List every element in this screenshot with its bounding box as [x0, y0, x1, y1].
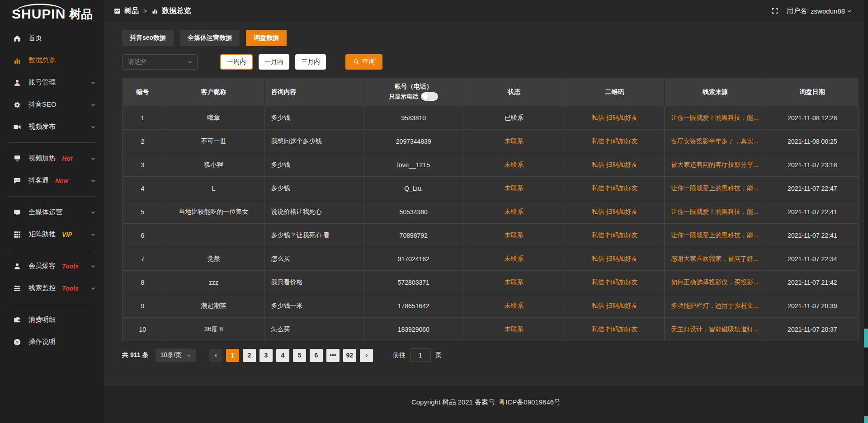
cell-date: 2021-11-07 20:37 [766, 318, 859, 341]
brand-logo-text-cn: 树品 [69, 8, 93, 20]
sidebar-item-matrix-boost[interactable]: 矩阵助推 VIP [0, 223, 104, 245]
sidebar-item-account-mgmt[interactable]: 账号管理 [0, 71, 104, 94]
qrcode-links[interactable]: 私信 扫码加好友 [565, 247, 665, 271]
period-quarter-button[interactable]: 三月内 [295, 54, 326, 70]
home-icon [13, 34, 22, 43]
source-link[interactable]: 让你一眼就爱上的黑科技，能... [664, 177, 766, 200]
qrcode-links[interactable]: 私信 扫码加好友 [565, 318, 665, 341]
filter-select-placeholder: 请选择 [128, 58, 147, 66]
sidebar: SHUPIN 树品 首页 数据总览 账号管理 [0, 0, 104, 423]
sidebar-item-video-publish[interactable]: 视频发布 [0, 116, 104, 138]
col-header-qrcode: 二维码 [565, 78, 665, 106]
goto-label: 前往 [393, 351, 406, 359]
goto-page-input[interactable] [410, 348, 431, 362]
chevron-down-icon [90, 210, 96, 215]
cell-date: 2021-11-07 23:18 [766, 153, 859, 177]
sidebar-item-instructions[interactable]: ? 操作说明 [0, 331, 104, 353]
sidebar-item-label: 矩阵助推 [28, 230, 56, 239]
source-link[interactable]: 被大家追着问的客厅投影分享... [664, 153, 766, 177]
page-button-4[interactable]: 4 [276, 349, 289, 362]
more-pages-button[interactable]: ••• [326, 349, 340, 362]
prev-page-button[interactable] [209, 349, 222, 362]
cell-content: 我只看价格 [264, 271, 364, 294]
scrollbar-corner [864, 416, 868, 423]
qrcode-links[interactable]: 私信 扫码加好友 [565, 294, 665, 318]
page-button-2[interactable]: 2 [243, 349, 256, 362]
total-count: 共 911 条 [122, 351, 148, 359]
user-menu[interactable]: 用户名: zswodun88 [787, 7, 852, 15]
cell-date: 2021-11-07 21:42 [766, 271, 859, 294]
page-size-select[interactable]: 10条/页 [156, 348, 195, 362]
page-button-92[interactable]: 92 [343, 349, 356, 362]
source-link[interactable]: 无主灯设计，智能磁吸轨道灯... [664, 318, 766, 341]
chevron-down-icon [90, 263, 96, 269]
chevron-down-icon [186, 353, 191, 358]
period-week-button[interactable]: 一周内 [220, 54, 253, 70]
account-header-label: 帐号（电话） [395, 83, 433, 90]
source-link[interactable]: 感谢大家喜欢我家，被问了好... [664, 247, 766, 271]
app-window: SHUPIN 树品 首页 数据总览 账号管理 [0, 0, 868, 423]
breadcrumb-current: 数据总览 [162, 6, 191, 16]
tab-inquiry-data[interactable]: 询盘数据 [246, 30, 287, 46]
qrcode-links[interactable]: 私信 扫码加好友 [565, 106, 665, 130]
page-button-5[interactable]: 5 [293, 349, 306, 362]
brand-logo[interactable]: SHUPIN 树品 [0, 3, 104, 27]
filter-bar: 请选择 一周内 一月内 三月内 查询 [122, 54, 859, 70]
period-month-button[interactable]: 一月内 [259, 54, 289, 70]
source-link[interactable]: 让你一眼就爱上的黑科技，能... [664, 200, 766, 224]
cell-nickname: 36度 8 [163, 318, 264, 341]
sidebar-item-member-baoke[interactable]: 会员爆客 Tools [0, 255, 104, 277]
sidebar-item-video-heating[interactable]: 视频加热 Hot [0, 147, 104, 169]
source-link[interactable]: 让你一眼就爱上的黑科技，能... [664, 106, 766, 130]
cell-content: 多少钱 [264, 106, 364, 130]
query-button[interactable]: 查询 [345, 54, 382, 70]
sidebar-item-doketong[interactable]: 抖客通 New [0, 169, 104, 192]
phone-only-toggle[interactable] [421, 92, 438, 101]
sidebar-item-douyin-seo[interactable]: 抖音SEO [0, 94, 104, 116]
question-circle-icon: ? [13, 338, 22, 347]
tab-omni-media-data[interactable]: 全媒体运营数据 [180, 30, 240, 46]
sidebar-item-omni-media[interactable]: 全媒体运营 [0, 201, 104, 223]
breadcrumb-root[interactable]: 树品 [124, 6, 139, 16]
source-link[interactable]: 客厅安装投影半年多了，真实... [664, 130, 766, 153]
chevron-right-icon [364, 353, 369, 358]
cell-no: 7 [123, 247, 163, 271]
source-link[interactable]: 多功能护栏灯，适用于乡村文... [664, 294, 766, 318]
breadcrumb-current-icon [151, 8, 158, 14]
page-scrollbar[interactable] [864, 0, 868, 423]
qrcode-links[interactable]: 私信 扫码加好友 [565, 200, 665, 224]
qrcode-links[interactable]: 私信 扫码加好友 [565, 153, 665, 177]
table-row: 7 觉然 怎么买 917024162 未联系 私信 扫码加好友 感谢大家喜欢我家… [123, 247, 859, 271]
chevron-down-icon [90, 178, 96, 183]
next-page-button[interactable] [360, 349, 373, 362]
filter-select[interactable]: 请选择 [122, 54, 198, 70]
cell-no: 2 [123, 130, 163, 153]
qrcode-links[interactable]: 私信 扫码加好友 [565, 177, 665, 200]
sidebar-item-data-overview[interactable]: 数据总览 [0, 49, 104, 71]
source-link[interactable]: 如何正确选择投影仪，买投影... [664, 271, 766, 294]
table-header-row: 编号 客户昵称 咨询内容 帐号（电话） 只显示电话 [123, 78, 859, 106]
breadcrumb-root-icon [114, 8, 121, 14]
gear-icon [13, 100, 22, 109]
sidebar-item-consumption-detail[interactable]: 消费明细 [0, 309, 104, 331]
page-size-value: 10条/页 [160, 351, 181, 359]
page-button-3[interactable]: 3 [259, 349, 273, 362]
qrcode-links[interactable]: 私信 扫码加好友 [565, 224, 665, 247]
tab-douyin-seo-data[interactable]: 抖音seo数据 [122, 30, 174, 46]
cell-date: 2021-11-07 22:41 [766, 200, 859, 224]
scrollbar-thumb[interactable] [864, 329, 868, 348]
sidebar-item-lead-monitor[interactable]: 线索监控 Tools [0, 277, 104, 299]
qrcode-links[interactable]: 私信 扫码加好友 [565, 271, 665, 294]
fullscreen-icon[interactable] [771, 7, 778, 14]
cell-no: 10 [123, 318, 163, 341]
qrcode-links[interactable]: 私信 扫码加好友 [565, 130, 665, 153]
page-button-1[interactable]: 1 [226, 349, 239, 362]
sidebar-item-label: 会员爆客 [28, 262, 56, 270]
page-button-6[interactable]: 6 [310, 349, 323, 362]
cell-no: 9 [123, 294, 163, 318]
chevron-down-icon [90, 232, 96, 237]
table-row: 9 潮起潮落 多少钱一米 178651642 未联系 私信 扫码加好友 多功能护… [123, 294, 859, 318]
user-icon [13, 262, 22, 271]
source-link[interactable]: 让你一眼就爱上的黑科技，能... [664, 224, 766, 247]
sidebar-item-home[interactable]: 首页 [0, 27, 104, 49]
